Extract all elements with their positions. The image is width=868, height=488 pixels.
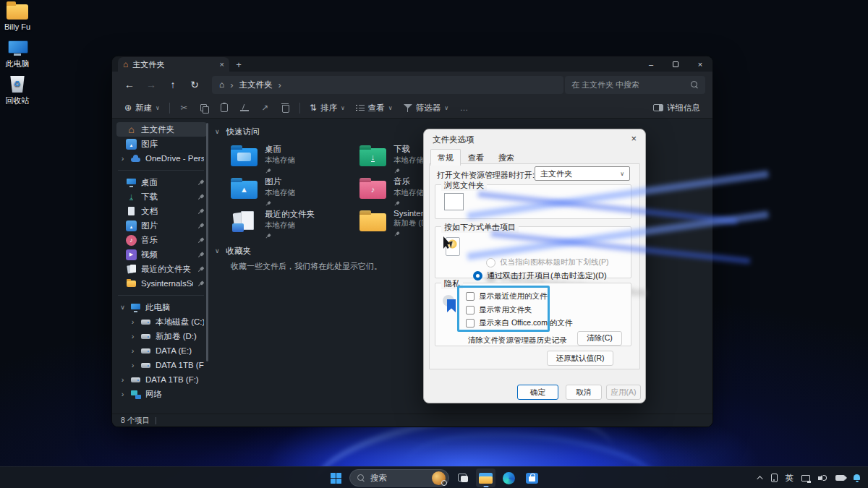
this-pc-icon [130, 302, 141, 313]
notification-bell-icon[interactable] [853, 474, 861, 482]
new-button[interactable]: ⊕ 新建 ∨ [119, 99, 165, 116]
up-button[interactable]: ↑ [163, 75, 183, 94]
sidebar-item-documents[interactable]: 文档 [116, 204, 207, 218]
chevron-right-icon[interactable]: › [119, 155, 126, 163]
tray-device-icon[interactable] [771, 474, 778, 482]
search-icon[interactable] [691, 81, 699, 89]
refresh-button[interactable]: ↻ [184, 75, 205, 94]
cut-button[interactable]: ✂ [174, 99, 194, 116]
checkbox-icon[interactable] [466, 292, 475, 301]
view-button[interactable]: 查看 ∨ [351, 99, 398, 116]
close-tab-icon[interactable]: × [220, 60, 224, 69]
back-button[interactable]: ← [119, 75, 140, 94]
sidebar-item-network[interactable]: › 网络 [116, 387, 207, 401]
cancel-button[interactable]: 取消 [566, 385, 602, 400]
tile-desktop[interactable]: 桌面 本地存储 [231, 144, 359, 170]
start-button[interactable] [326, 468, 346, 487]
breadcrumb-item[interactable]: 主文件夹 [239, 80, 273, 90]
chevron-right-icon[interactable]: › [119, 376, 126, 384]
checkbox-show-recent-files[interactable]: 显示最近使用的文件 [466, 291, 548, 301]
rename-button[interactable] [235, 99, 255, 116]
folder-window-icon [444, 193, 464, 210]
network-icon[interactable] [801, 475, 810, 481]
ime-language-indicator[interactable]: 英 [786, 473, 794, 484]
hidden-icons-chevron[interactable] [757, 476, 762, 481]
sidebar-item-pictures[interactable]: ▲ 图片 [116, 218, 207, 233]
share-button[interactable]: ↗ [255, 99, 275, 116]
sidebar-item-data-e[interactable]: › DATA (E:) [127, 343, 207, 358]
sidebar-item-local-disk-c[interactable]: › 本地磁盘 (C:) [127, 314, 207, 329]
checkbox-icon[interactable] [466, 319, 475, 328]
new-tab-button[interactable]: + [229, 59, 248, 72]
file-explorer-taskbar-button[interactable] [476, 468, 495, 487]
scrollbar[interactable] [206, 123, 208, 361]
home-icon[interactable]: ⌂ [219, 80, 224, 90]
details-pane-button[interactable]: 详细信息 [648, 99, 705, 116]
tile-recent-folders[interactable]: 最近的文件夹 本地存储 [231, 209, 359, 235]
sidebar-item-this-pc[interactable]: ∨ 此电脑 [116, 300, 207, 314]
open-explorer-to-dropdown[interactable]: 主文件夹 ∨ [535, 166, 630, 181]
sidebar-item-data-1tb-f[interactable]: › DATA 1TB (F:) [127, 358, 207, 372]
share-icon: ↗ [262, 103, 269, 113]
chevron-right-icon[interactable]: › [129, 318, 136, 326]
tile-name: 桌面 [265, 144, 295, 155]
tile-subtitle: 本地存储 [393, 155, 424, 166]
breadcrumb[interactable]: ⌂ › 主文件夹 › [212, 76, 563, 94]
tab-general[interactable]: 常规 [430, 149, 461, 166]
tab-view[interactable]: 查看 [461, 149, 491, 166]
sidebar-item-music[interactable]: ♪ 音乐 [116, 233, 207, 247]
copy-button[interactable] [195, 99, 214, 116]
close-window-button[interactable]: × [688, 56, 712, 72]
edge-taskbar-button[interactable] [499, 468, 519, 487]
more-button[interactable]: … [454, 99, 474, 116]
tab-home-folder[interactable]: ⌂ 主文件夹 × [118, 57, 229, 72]
tile-pictures[interactable]: ▲ 图片 本地存储 [231, 176, 359, 202]
sidebar-item-data-1tb-f-2[interactable]: › DATA 1TB (F:) [116, 372, 207, 387]
chevron-right-icon[interactable]: › [129, 361, 136, 369]
sidebar-item-sysinternalssuite[interactable]: SysinternalsSuite [116, 276, 207, 291]
chevron-down-icon[interactable]: ∨ [119, 304, 126, 311]
volume-icon[interactable] [818, 474, 827, 482]
desktop-icon-this-pc[interactable]: 此电脑 [0, 40, 38, 69]
radio-selected-icon[interactable] [473, 271, 482, 281]
chevron-right-icon[interactable]: › [129, 333, 136, 341]
minimize-button[interactable]: – [639, 56, 663, 72]
store-taskbar-button[interactable] [522, 468, 542, 487]
sidebar-item-gallery[interactable]: ▲ 图库 [116, 137, 207, 151]
taskbar-search[interactable]: 搜索 [349, 469, 449, 487]
paste-button[interactable] [215, 99, 234, 116]
sidebar-item-videos[interactable]: ▶ 视频 [116, 247, 207, 262]
sidebar-item-home[interactable]: ⌂ 主文件夹 [116, 122, 207, 137]
checkbox-show-frequent-folders[interactable]: 显示常用文件夹 [466, 305, 532, 315]
task-view-button[interactable] [453, 468, 472, 487]
sidebar-item-downloads[interactable]: ↓ 下载 [116, 189, 207, 204]
checkbox-show-office-files[interactable]: 显示来自 Office.com 的文件 [466, 318, 572, 328]
radio-double-click[interactable]: 通过双击打开项目(单击时选定)(D) [473, 270, 607, 281]
maximize-button[interactable] [663, 56, 688, 72]
ok-button[interactable]: 确定 [517, 385, 558, 400]
forward-button[interactable]: → [141, 75, 161, 94]
search-highlight-image [432, 471, 446, 485]
sort-button[interactable]: ⇅ 排序 ∨ [305, 99, 350, 116]
sidebar-item-new-volume-d[interactable]: › 新加卷 (D:) [127, 329, 207, 343]
desktop-icon-recycle-bin[interactable]: ♻ 回收站 [0, 76, 38, 106]
desktop-icon-billy-fu[interactable]: Billy Fu [0, 4, 38, 31]
close-dialog-button[interactable]: × [631, 133, 637, 144]
chevron-right-icon[interactable]: › [129, 347, 136, 355]
delete-button[interactable] [276, 99, 295, 116]
chevron-down-icon[interactable]: ∨ [215, 247, 220, 254]
chevron-down-icon[interactable]: ∨ [215, 128, 220, 135]
tab-search[interactable]: 搜索 [491, 149, 522, 166]
checkbox-icon[interactable] [466, 306, 475, 314]
sidebar-item-recent-folders[interactable]: 最近的文件夹 [116, 262, 207, 276]
filter-button[interactable]: 筛选器 ∨ [399, 99, 454, 116]
restore-defaults-button[interactable]: 还原默认值(R) [547, 351, 613, 366]
clear-button[interactable]: 清除(C) [577, 331, 622, 346]
tile-subtitle: 本地存储 [265, 188, 295, 198]
sidebar-item-desktop[interactable]: 桌面 [116, 175, 207, 189]
edge-icon [503, 472, 515, 484]
sidebar-item-onedrive[interactable]: › OneDrive - Persona [116, 151, 207, 166]
camera-tray-icon[interactable] [835, 475, 845, 481]
chevron-right-icon[interactable]: › [119, 390, 126, 398]
search-input[interactable]: 在 主文件夹 中搜索 [565, 76, 705, 94]
